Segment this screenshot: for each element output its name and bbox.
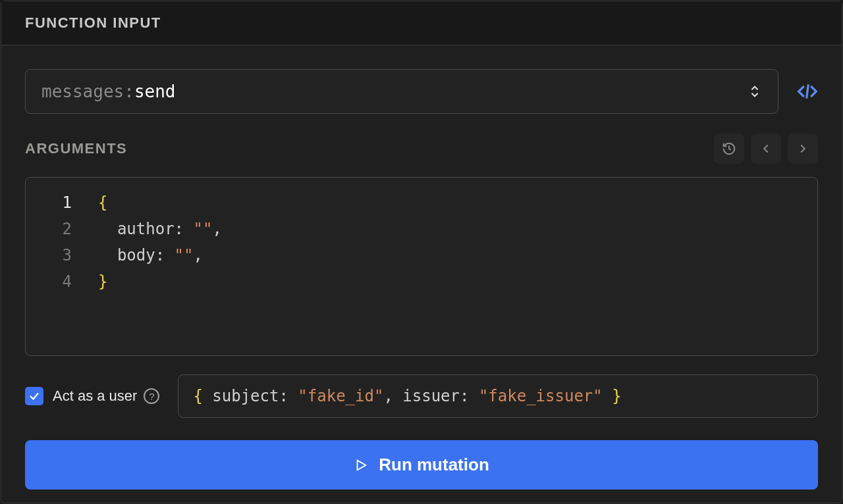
run-mutation-button[interactable]: Run mutation (25, 440, 818, 490)
arguments-header-row: ARGUMENTS (25, 134, 818, 164)
chevrons-up-down-icon (748, 83, 762, 100)
next-button[interactable] (788, 134, 818, 164)
chevron-right-icon (796, 141, 810, 156)
history-button[interactable] (714, 134, 744, 164)
code-content: author: "", (98, 216, 222, 242)
function-selector-row: messages:send (25, 69, 818, 114)
svg-line-0 (807, 84, 809, 98)
check-icon (28, 390, 40, 402)
line-number: 4 (26, 268, 98, 295)
svg-marker-1 (358, 460, 366, 470)
act-as-user-row: Act as a user ? { subject: "fake_id", is… (25, 374, 818, 418)
function-select[interactable]: messages:send (25, 69, 778, 114)
code-line: 2 author: "", (26, 216, 817, 242)
act-as-user-label-text: Act as a user (53, 388, 137, 405)
act-as-user-value[interactable]: { subject: "fake_id", issuer: "fake_issu… (178, 374, 818, 418)
code-content: } (98, 268, 107, 295)
line-number: 2 (26, 216, 98, 242)
chevron-left-icon (759, 141, 773, 156)
arguments-editor[interactable]: 1{2 author: "",3 body: "",4} (25, 177, 818, 356)
code-line: 4} (26, 268, 817, 295)
panel-body: messages:send ARGUMENTS (1, 45, 842, 504)
arguments-toolbar (714, 134, 818, 164)
function-input-panel: FUNCTION INPUT messages:send ARGUMENTS (1, 1, 842, 503)
act-as-user-group: Act as a user ? (25, 387, 159, 405)
prev-button[interactable] (751, 134, 781, 164)
function-module-prefix: messages: (41, 82, 134, 101)
help-icon[interactable]: ? (144, 388, 159, 404)
run-button-label: Run mutation (379, 455, 489, 475)
line-number: 1 (26, 189, 98, 216)
act-as-user-checkbox[interactable] (25, 387, 43, 405)
function-fn-name: send (134, 82, 176, 101)
history-icon (722, 141, 736, 156)
play-icon (354, 458, 368, 472)
panel-title: FUNCTION INPUT (1, 1, 842, 45)
code-content: body: "", (98, 242, 203, 268)
code-content: { (98, 189, 107, 216)
function-name: messages:send (41, 82, 176, 101)
code-line: 1{ (26, 189, 817, 216)
arguments-label: ARGUMENTS (25, 140, 127, 157)
code-line: 3 body: "", (26, 242, 817, 268)
act-as-user-label: Act as a user ? (53, 388, 159, 405)
line-number: 3 (26, 242, 98, 268)
code-icon[interactable] (797, 81, 818, 102)
